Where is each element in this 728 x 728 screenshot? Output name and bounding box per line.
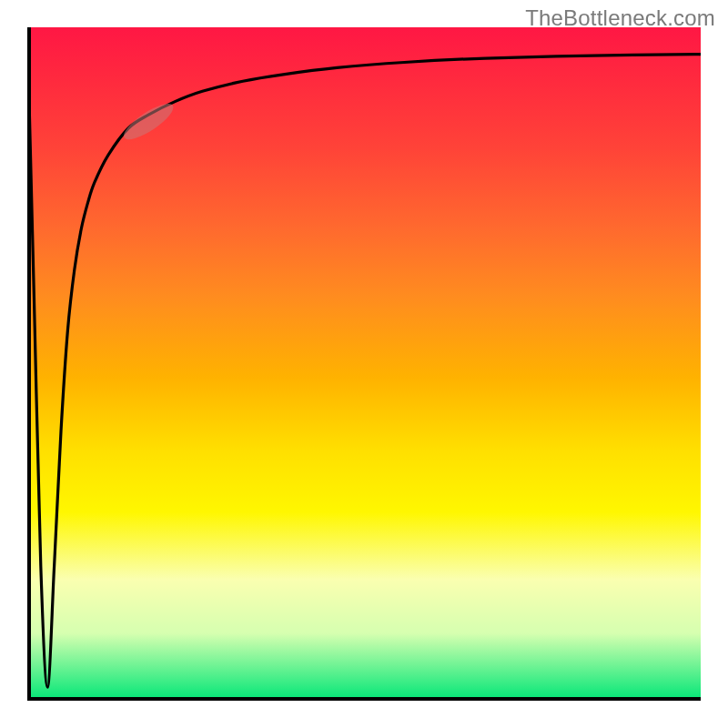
x-axis [27, 697, 701, 701]
watermark-text: TheBottleneck.com [525, 5, 715, 31]
chart-container: TheBottleneck.com [0, 0, 728, 728]
bottleneck-curve-path [27, 27, 701, 687]
y-axis [27, 27, 31, 701]
plot-area [27, 27, 701, 701]
curve-layer [27, 27, 701, 701]
curve-marker [119, 98, 177, 146]
